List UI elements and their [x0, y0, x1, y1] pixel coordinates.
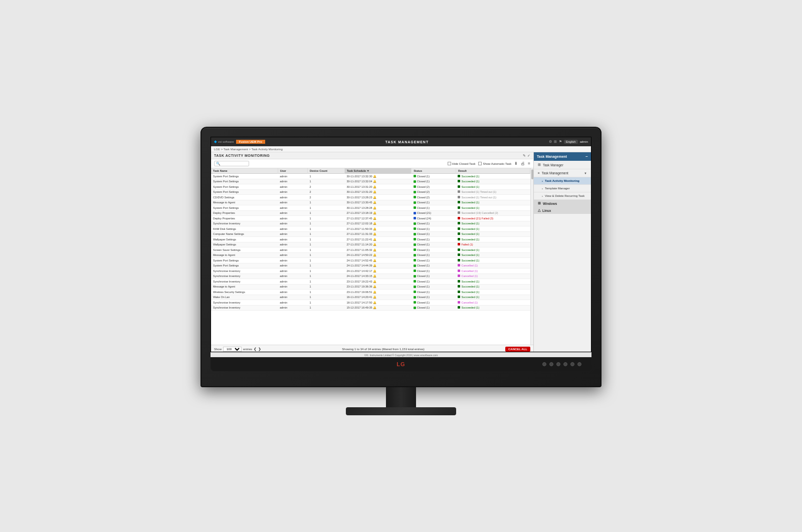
table-row[interactable]: Wallpaper Settings admin 1 27-11-2017 11… [211, 237, 530, 242]
monitor-btn-3[interactable] [556, 362, 560, 366]
cell-task-name: Wallpaper Settings [211, 237, 278, 242]
col-device-count[interactable]: Device Count [307, 168, 344, 174]
table-row[interactable]: Message to Agent admin 1 30-11-2017 13:3… [211, 200, 530, 205]
toolbar-row: 🔍 Hide Closed Task Show Automatic Task [211, 159, 533, 168]
cell-task-name: Deploy Properties [211, 210, 278, 216]
table-row[interactable]: CD/DVD Settings admin 2 30-11-2017 13:28… [211, 195, 530, 200]
cell-status: Closed (1) [412, 258, 456, 263]
show-automatic-task-label[interactable]: Show Automatic Task [478, 162, 511, 165]
table-row[interactable]: Wireless Security Settings admin 1 23-11… [211, 290, 530, 295]
grid-icon[interactable]: ⊞ [554, 140, 557, 144]
table-row[interactable]: Wallpaper Settings admin 1 27-11-2017 11… [211, 242, 530, 247]
table-row[interactable]: System Port Settings admin 1 24-11-2017 … [211, 263, 530, 269]
cell-task-name: Deploy Properties [211, 216, 278, 221]
table-row[interactable]: Message to Agent admin 1 24-11-2017 14:5… [211, 252, 530, 258]
download-icon[interactable]: ⬇ [514, 161, 518, 166]
monitor-btn-6[interactable] [577, 362, 581, 366]
table-row[interactable]: Wake On Lan admin 1 16-11-2017 14:20:41 … [211, 295, 530, 300]
settings-icon[interactable]: ⚙ [549, 140, 552, 144]
cell-device-count: 2 [307, 195, 344, 200]
cell-result: Succeeded (1) [456, 179, 530, 184]
table-row[interactable]: Computer Name Settings admin 1 27-11-201… [211, 231, 530, 237]
table-row[interactable]: Synchronise Inventory admin 1 24-11-2017… [211, 274, 530, 279]
sidebar-item-template-manager[interactable]: › Template Manager [534, 185, 591, 192]
language-button[interactable]: English [564, 140, 578, 144]
columns-icon[interactable]: ≡ [528, 161, 530, 166]
next-page-btn[interactable]: ❯ [258, 347, 261, 351]
nav-right: ⚙ ⊞ ⚑ English admin [549, 140, 588, 144]
sidebar-item-task-activity-monitoring[interactable]: › Task Activity Monitoring [534, 177, 591, 185]
col-task-schedule[interactable]: Task Schedule ▼ [344, 168, 411, 174]
col-status[interactable]: Status [412, 168, 456, 174]
table-body: System Port Settings admin 1 30-11-2017 … [211, 174, 530, 311]
cell-result: Succeeded (1) [456, 305, 530, 311]
cell-device-count: 1 [307, 216, 344, 221]
table-scroll[interactable]: Task Name User Device Count Task Schedul… [211, 168, 530, 339]
table-row[interactable]: Synchronise Inventory admin 1 27-11-2017… [211, 221, 530, 226]
table-row[interactable]: Synchronise Inventory admin 1 24-11-2017… [211, 269, 530, 274]
cell-status: Closed (1) [412, 295, 456, 300]
sidebar-item-task-management[interactable]: ≡ Task Management ▼ [534, 169, 591, 177]
cancel-all-button[interactable]: CANCEL ALL [505, 347, 530, 352]
show-automatic-task-checkbox[interactable] [478, 162, 482, 165]
table-row[interactable]: Screen Saver Settings admin 1 27-11-2017… [211, 247, 530, 253]
monitor-btn-5[interactable] [570, 362, 574, 366]
scrollbar[interactable] [530, 168, 533, 345]
sidebar-close-button[interactable]: − [585, 154, 588, 159]
table-row[interactable]: Message to Agent admin 1 23-11-2017 19:3… [211, 284, 530, 290]
table-row[interactable]: System Port Settings admin 2 30-11-2017 … [211, 189, 530, 195]
hide-closed-task-label[interactable]: Hide Closed Task [448, 162, 476, 165]
view-delete-label: View & Delete Recurring Task [545, 194, 584, 197]
sidebar-item-view-delete-recurring[interactable]: › View & Delete Recurring Task [534, 192, 591, 200]
table-row[interactable]: Deploy Properties admin 1 27-11-2017 13:… [211, 210, 530, 216]
cell-user: admin [278, 184, 307, 190]
col-user[interactable]: User [278, 168, 307, 174]
table-row[interactable]: System Port Settings admin 1 30-11-2017 … [211, 205, 530, 211]
cell-result: Succeeded (1) [456, 221, 530, 226]
table-row[interactable]: System Port Settings admin 1 24-11-2017 … [211, 258, 530, 263]
flag-icon[interactable]: ⚑ [559, 140, 562, 144]
task-activity-label: Task Activity Monitoring [545, 179, 579, 182]
expand-arrow-icon: ▼ [584, 172, 587, 175]
cell-schedule: 23-11-2017 19:36:36 🔔 [344, 284, 411, 290]
table-row[interactable]: System Port Settings admin 1 30-11-2017 … [211, 179, 530, 184]
cell-schedule: 30-11-2017 13:32:04 🔔 [344, 179, 411, 184]
edit-icon[interactable]: ✎ [523, 154, 526, 158]
table-row[interactable]: Deploy Properties admin 1 27-11-2017 12:… [211, 216, 530, 221]
cell-user: admin [278, 205, 307, 211]
monitor-btn-4[interactable] [563, 362, 567, 366]
cell-task-name: System Port Settings [211, 205, 278, 211]
col-task-name[interactable]: Task Name [211, 168, 278, 174]
table-row[interactable]: RAM Disk Settings admin 1 27-11-2017 11:… [211, 226, 530, 232]
print-icon[interactable]: 🖨 [521, 161, 525, 166]
task-management-inner: ≡ Task Management [538, 171, 568, 175]
table-row[interactable]: Synchronise Inventory admin 1 23-11-2017… [211, 279, 530, 285]
check-icon[interactable]: ✓ [527, 154, 530, 158]
table-row[interactable]: Synchronise Inventory admin 1 16-11-2017… [211, 300, 530, 306]
cell-result: Succeeded (1) [456, 184, 530, 190]
cell-result: Succeeded (21) Failed (3) [456, 216, 530, 221]
sidebar-section-linux[interactable]: △ Linux [534, 207, 591, 214]
task-manager-label: Task Manager [543, 163, 563, 167]
prev-page-btn[interactable]: ❮ [254, 347, 257, 351]
sidebar-title: Task Management [537, 155, 567, 158]
monitor-btn-2[interactable] [549, 362, 553, 366]
cell-result: Cancelled (1) [456, 263, 530, 269]
table-header: Task Name User Device Count Task Schedul… [211, 168, 530, 174]
per-page-select[interactable]: 100 50 25 [223, 347, 242, 352]
cell-schedule: 23-11-2017 19:06:51 🔔 [344, 290, 411, 295]
sidebar-item-task-manager[interactable]: ⊞ Task Manager [534, 161, 591, 169]
table-row[interactable]: System Port Settings admin 1 30-11-2017 … [211, 174, 530, 179]
cell-device-count: 1 [307, 252, 344, 258]
cell-task-name: Synchronise Inventory [211, 269, 278, 274]
table-row[interactable]: System Port Settings admin 2 30-11-2017 … [211, 184, 530, 190]
hide-closed-task-checkbox[interactable] [448, 162, 451, 165]
cell-task-name: Synchronise Inventory [211, 221, 278, 226]
cell-status: Closed (1) [412, 179, 456, 184]
col-result[interactable]: Result [456, 168, 530, 174]
cell-user: admin [278, 247, 307, 253]
sidebar-section-windows[interactable]: ⊞ Windows [534, 200, 591, 207]
table-row[interactable]: Synchronise Inventory admin 1 15-12-2017… [211, 305, 530, 311]
search-box[interactable]: 🔍 [214, 161, 249, 166]
monitor-btn-1[interactable] [542, 362, 546, 366]
